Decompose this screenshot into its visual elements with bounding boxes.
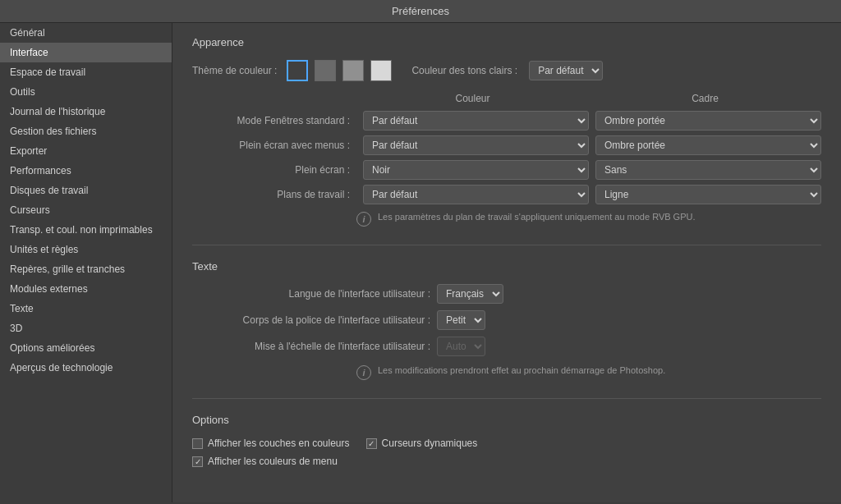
sidebar-item-cursors[interactable]: Curseurs <box>0 200 172 220</box>
mode-row-3: Plans de travail :Par défautLigne <box>192 185 821 204</box>
option-row-0: Afficher les couches en couleursCurseurs… <box>192 438 821 449</box>
sidebar-item-text[interactable]: Texte <box>0 299 172 318</box>
sidebar-item-units[interactable]: Unités et règles <box>0 240 172 259</box>
text-section: Texte Langue de l'interface utilisateur … <box>192 260 821 380</box>
sidebar-item-guides[interactable]: Repères, grille et tranches <box>0 259 172 279</box>
text-info-text: Les modifications prendront effet au pro… <box>378 364 665 377</box>
text-row-1: Corps de la police de l'interface utilis… <box>192 310 821 330</box>
info-icon-text: i <box>356 365 371 380</box>
swatch-gray2[interactable] <box>342 60 364 81</box>
theme-row: Thème de couleur : Couleur des tons clai… <box>192 60 821 81</box>
sidebar-item-export[interactable]: Exporter <box>0 141 172 161</box>
option-label-0-1: Curseurs dynamiques <box>382 438 478 449</box>
text-info-row: i Les modifications prendront effet au p… <box>356 364 821 380</box>
highlight-select[interactable]: Par défaut <box>529 61 603 80</box>
sidebar-item-tools[interactable]: Outils <box>0 82 172 102</box>
checkbox-0-1[interactable] <box>366 438 377 449</box>
theme-label: Thème de couleur : <box>192 65 277 76</box>
mode-row-cadre-select-0[interactable]: Ombre portée <box>595 111 821 131</box>
title-text: Préférences <box>392 5 449 17</box>
mode-row-couleur-select-2[interactable]: Noir <box>363 160 589 180</box>
mode-row-label-2: Plein écran : <box>192 164 356 176</box>
mode-row-label-0: Mode Fenêtres standard : <box>192 115 356 126</box>
sidebar-item-3d[interactable]: 3D <box>0 318 172 338</box>
highlight-label: Couleur des tons clairs : <box>411 65 517 76</box>
text-row-select-0[interactable]: Français <box>437 284 503 304</box>
option-label-1-0: Afficher les couleurs de menu <box>208 456 338 467</box>
divider-1 <box>192 245 821 245</box>
sidebar-item-history[interactable]: Journal de l'historique <box>0 102 172 121</box>
mode-row-couleur-select-0[interactable]: Par défaut <box>363 111 589 131</box>
sidebar-item-advanced[interactable]: Options améliorées <box>0 338 172 358</box>
mode-row-cadre-select-3[interactable]: Ligne <box>595 185 821 204</box>
text-row-label-1: Corps de la police de l'interface utilis… <box>192 314 430 326</box>
col-header-cadre: Cadre <box>589 93 821 108</box>
sidebar-item-filemanage[interactable]: Gestion des fichiers <box>0 121 172 141</box>
swatch-white[interactable] <box>370 60 392 81</box>
checkbox-1-0[interactable] <box>192 456 203 467</box>
option-row-1: Afficher les couleurs de menu <box>192 456 821 467</box>
content-area: Apparence Thème de couleur : Couleur des… <box>172 23 841 502</box>
text-row-label-0: Langue de l'interface utilisateur : <box>192 288 430 300</box>
text-rows-container: Langue de l'interface utilisateur :Franç… <box>192 284 821 356</box>
mode-row-couleur-select-3[interactable]: Par défaut <box>363 185 589 204</box>
sidebar: GénéralInterfaceEspace de travailOutilsJ… <box>0 23 172 502</box>
sidebar-item-interface[interactable]: Interface <box>0 43 172 62</box>
option-label-0-0: Afficher les couches en couleurs <box>208 438 350 449</box>
mode-row-label-3: Plans de travail : <box>192 189 356 200</box>
sidebar-item-performance[interactable]: Performances <box>0 161 172 181</box>
option-item-0-0: Afficher les couches en couleurs <box>192 438 350 449</box>
mode-row-1: Plein écran avec menus :Par défautOmbre … <box>192 135 821 155</box>
mode-rows-container: Mode Fenêtres standard :Par défautOmbre … <box>192 111 821 204</box>
text-row-label-2: Mise à l'échelle de l'interface utilisat… <box>192 341 430 352</box>
mode-row-label-1: Plein écran avec menus : <box>192 140 356 151</box>
title-bar: Préférences <box>0 0 841 23</box>
sidebar-item-plugins[interactable]: Modules externes <box>0 279 172 299</box>
text-row-select-2[interactable]: Auto <box>437 337 485 356</box>
main-layout: GénéralInterfaceEspace de travailOutilsJ… <box>0 23 841 502</box>
appearance-info-text: Les paramètres du plan de travail s'appl… <box>378 211 696 223</box>
sidebar-item-tech[interactable]: Aperçus de technologie <box>0 358 172 378</box>
mode-row-2: Plein écran :NoirSans <box>192 160 821 180</box>
option-item-0-1: Curseurs dynamiques <box>366 438 478 449</box>
sidebar-item-workspace[interactable]: Espace de travail <box>0 62 172 82</box>
mode-row-cadre-select-2[interactable]: Sans <box>595 160 821 180</box>
option-item-1-0: Afficher les couleurs de menu <box>192 456 338 467</box>
info-icon-appearance: i <box>356 212 371 227</box>
divider-2 <box>192 398 821 399</box>
options-rows-container: Afficher les couches en couleursCurseurs… <box>192 438 821 467</box>
sidebar-item-disks[interactable]: Disques de travail <box>0 181 172 200</box>
options-section: Options Afficher les couches en couleurs… <box>192 414 821 467</box>
options-title: Options <box>192 414 821 426</box>
checkbox-0-0[interactable] <box>192 438 203 449</box>
appearance-title: Apparence <box>192 36 821 48</box>
mode-row-0: Mode Fenêtres standard :Par défautOmbre … <box>192 111 821 131</box>
swatch-blue[interactable] <box>287 60 308 81</box>
mode-header-row: Couleur Cadre <box>192 93 821 108</box>
appearance-section: Apparence Thème de couleur : Couleur des… <box>192 36 821 227</box>
text-section-title: Texte <box>192 260 821 273</box>
text-row-select-1[interactable]: Petit <box>437 310 485 330</box>
text-row-2: Mise à l'échelle de l'interface utilisat… <box>192 337 821 356</box>
sidebar-item-transp[interactable]: Transp. et coul. non imprimables <box>0 220 172 240</box>
sidebar-item-general[interactable]: Général <box>0 23 172 43</box>
text-row-0: Langue de l'interface utilisateur :Franç… <box>192 284 821 304</box>
col-header-couleur: Couleur <box>356 93 589 108</box>
mode-row-cadre-select-1[interactable]: Ombre portée <box>595 135 821 155</box>
swatch-gray1[interactable] <box>315 60 336 81</box>
mode-row-couleur-select-1[interactable]: Par défaut <box>363 135 589 155</box>
appearance-info-row: i Les paramètres du plan de travail s'ap… <box>356 211 821 227</box>
